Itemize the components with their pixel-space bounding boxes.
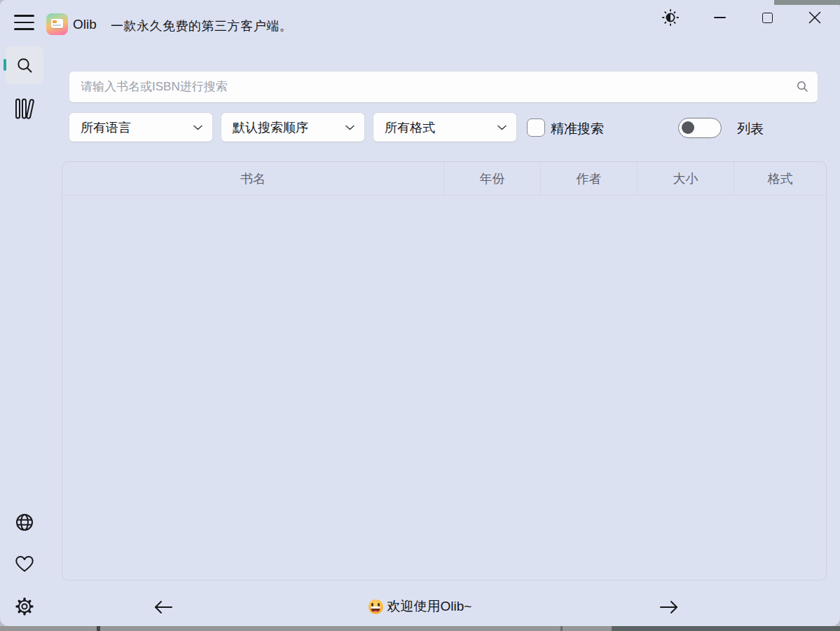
table-header-row: 书名 年份 作者 大小 格式 [62, 162, 826, 196]
app-window: Olib 一款永久免费的第三方客户端。 [0, 0, 840, 626]
chevron-down-icon [497, 125, 507, 130]
results-table: 书名 年份 作者 大小 格式 [62, 161, 827, 581]
column-header-title: 书名 [62, 162, 444, 195]
table-body-empty [62, 196, 826, 581]
language-dropdown[interactable]: 所有语言 [69, 112, 213, 142]
column-header-format: 格式 [734, 162, 826, 195]
language-dropdown-value: 所有语言 [81, 119, 131, 136]
exact-search-label: 精准搜索 [551, 120, 604, 138]
sort-order-dropdown-value: 默认搜索顺序 [233, 119, 308, 136]
grinning-face-emoji [369, 599, 383, 614]
emoji-eye [378, 603, 380, 606]
search-input[interactable] [69, 71, 818, 103]
exact-search-checkbox[interactable] [527, 118, 545, 137]
desktop-edge-top-right [774, 0, 840, 5]
format-dropdown[interactable]: 所有格式 [373, 112, 517, 142]
search-icon [797, 81, 808, 93]
sort-order-dropdown[interactable]: 默认搜索顺序 [221, 112, 365, 142]
column-header-year: 年份 [444, 162, 541, 195]
list-view-label: 列表 [737, 120, 764, 138]
column-header-size: 大小 [638, 162, 734, 195]
welcome-text: 欢迎使用Olib~ [387, 597, 472, 616]
taskbar-fragment [97, 626, 100, 631]
list-view-toggle[interactable] [678, 118, 722, 138]
emoji-mouth [371, 606, 380, 612]
taskbar-fragment [612, 626, 840, 631]
format-dropdown-value: 所有格式 [385, 119, 435, 136]
emoji-eye [371, 603, 373, 606]
desktop-edge-bottom [0, 626, 840, 631]
welcome-message: 欢迎使用Olib~ [210, 597, 630, 616]
emoji-tongue [373, 611, 378, 612]
chevron-down-icon [193, 125, 202, 130]
main-content: 所有语言 默认搜索顺序 所有格式 精准搜索 列表 书名 [0, 0, 840, 626]
search-bar [69, 71, 818, 103]
toggle-knob [682, 121, 694, 134]
arrow-left-icon [152, 599, 174, 616]
emoji-teeth [371, 606, 380, 609]
chevron-down-icon [345, 125, 354, 130]
column-header-author: 作者 [541, 162, 638, 195]
next-page-button[interactable] [654, 593, 684, 621]
taskbar-fragment [560, 626, 563, 631]
arrow-right-icon [658, 599, 680, 616]
previous-page-button[interactable] [148, 593, 179, 621]
